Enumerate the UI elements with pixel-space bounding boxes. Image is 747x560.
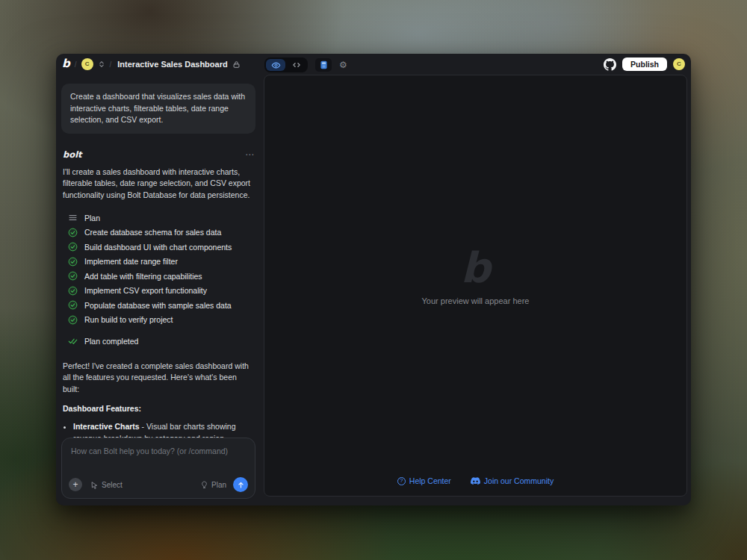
workspace-avatar[interactable]: C bbox=[81, 58, 93, 70]
select-label: Select bbox=[102, 481, 123, 489]
bolt-watermark-logo: b bbox=[460, 247, 490, 289]
gear-icon: ⚙ bbox=[339, 60, 347, 70]
database-icon bbox=[319, 60, 329, 70]
composer-placeholder[interactable]: How can Bolt help you today? (or /comman… bbox=[71, 447, 246, 455]
plan-item-label: Create database schema for sales data bbox=[84, 228, 221, 237]
select-button[interactable]: Select bbox=[90, 481, 123, 489]
preview-panel: b Your preview will appear here ? Help C… bbox=[264, 75, 687, 497]
preview-toggle-button[interactable] bbox=[266, 59, 285, 71]
assistant-name: bolt bbox=[63, 149, 82, 160]
page-title[interactable]: Interactive Sales Dashboard bbox=[117, 60, 227, 69]
assistant-intro: I'll create a sales dashboard with inter… bbox=[61, 167, 255, 202]
user-avatar[interactable]: C bbox=[673, 58, 685, 70]
check-circle-icon bbox=[68, 286, 78, 296]
list-icon bbox=[68, 213, 78, 223]
app-window: b / C / Interactive Sales Dashboard bbox=[56, 54, 691, 505]
check-circle-icon bbox=[68, 257, 78, 267]
check-circle-icon bbox=[68, 228, 78, 237]
composer-toolbar: + Select Plan bbox=[69, 477, 248, 492]
check-circle-icon bbox=[68, 242, 78, 252]
more-icon[interactable]: ⋯ bbox=[245, 150, 254, 159]
top-bar: b / C / Interactive Sales Dashboard bbox=[56, 54, 691, 75]
plan-item: Populate database with sample sales data bbox=[68, 298, 255, 313]
help-center-label: Help Center bbox=[409, 476, 451, 485]
help-center-link[interactable]: ? Help Center bbox=[397, 476, 451, 485]
check-circle-icon bbox=[68, 271, 78, 281]
settings-button[interactable]: ⚙ bbox=[339, 60, 347, 69]
chevron-up-down-icon[interactable] bbox=[98, 60, 105, 68]
plan-item: Add table with filtering capabilities bbox=[68, 269, 255, 284]
check-circle-icon bbox=[68, 315, 78, 325]
features-header: Dashboard Features: bbox=[61, 404, 255, 413]
database-button[interactable] bbox=[315, 58, 332, 72]
check-circle-icon bbox=[68, 300, 78, 310]
plan-item: Create database schema for sales data bbox=[68, 225, 255, 240]
plan-header: Plan bbox=[68, 211, 255, 225]
send-arrow-icon bbox=[237, 481, 245, 489]
breadcrumb-separator: / bbox=[110, 60, 112, 69]
chat-composer[interactable]: How can Bolt help you today? (or /comman… bbox=[61, 438, 255, 499]
plan-header-label: Plan bbox=[84, 214, 100, 223]
plan-mode-label: Plan bbox=[211, 481, 226, 489]
plan-item-label: Build dashboard UI with chart components bbox=[84, 243, 232, 252]
plan-item-label: Implement date range filter bbox=[84, 257, 178, 266]
publish-button[interactable]: Publish bbox=[622, 57, 667, 72]
preview-footer: ? Help Center Join our Community bbox=[264, 476, 686, 496]
view-switcher bbox=[264, 57, 308, 72]
send-button[interactable] bbox=[233, 477, 248, 492]
preview-empty-text: Your preview will appear here bbox=[422, 296, 530, 305]
plan-item: Implement CSV export functionality bbox=[68, 284, 255, 299]
plan-item-label: Populate database with sample sales data bbox=[84, 301, 232, 310]
discord-icon bbox=[471, 477, 480, 485]
help-circle-icon: ? bbox=[397, 477, 406, 485]
preview-empty-state: b Your preview will appear here bbox=[264, 75, 686, 476]
attach-button[interactable]: + bbox=[69, 478, 82, 491]
plan-item-label: Run build to verify project bbox=[84, 315, 173, 324]
select-icon bbox=[90, 481, 99, 489]
plan-section: Plan Create database schema for sales da… bbox=[61, 211, 255, 349]
breadcrumb-separator: / bbox=[75, 60, 77, 69]
double-check-icon bbox=[68, 336, 78, 346]
bolt-logo[interactable]: b bbox=[62, 58, 70, 71]
view-toolbar: ⚙ bbox=[264, 57, 347, 72]
plan-item-label: Add table with filtering capabilities bbox=[84, 272, 202, 281]
community-link[interactable]: Join our Community bbox=[471, 476, 554, 485]
plan-item: Implement date range filter bbox=[68, 255, 255, 270]
github-button[interactable] bbox=[604, 58, 616, 71]
plus-icon: + bbox=[72, 480, 78, 489]
topbar-actions: Publish C bbox=[604, 57, 685, 72]
plan-mode-toggle[interactable]: Plan bbox=[200, 481, 226, 489]
plan-completed-row: Plan completed bbox=[68, 334, 255, 349]
lock-icon bbox=[232, 60, 241, 69]
plan-item: Build dashboard UI with chart components bbox=[68, 240, 255, 255]
assistant-outro: Perfect! I've created a complete sales d… bbox=[61, 361, 255, 396]
lightbulb-icon bbox=[200, 481, 208, 489]
assistant-header: bolt ⋯ bbox=[61, 149, 255, 160]
plan-item-label: Implement CSV export functionality bbox=[84, 286, 207, 295]
breadcrumb: b / C / Interactive Sales Dashboard bbox=[62, 58, 241, 71]
github-icon bbox=[604, 58, 616, 71]
user-message: Create a dashboard that visualizes sales… bbox=[61, 84, 255, 134]
plan-completed-label: Plan completed bbox=[84, 337, 138, 346]
plan-item: Run build to verify project bbox=[68, 313, 255, 328]
feature-title: Interactive Charts bbox=[73, 422, 140, 431]
code-toggle-button[interactable] bbox=[287, 59, 306, 71]
community-label: Join our Community bbox=[484, 476, 554, 485]
